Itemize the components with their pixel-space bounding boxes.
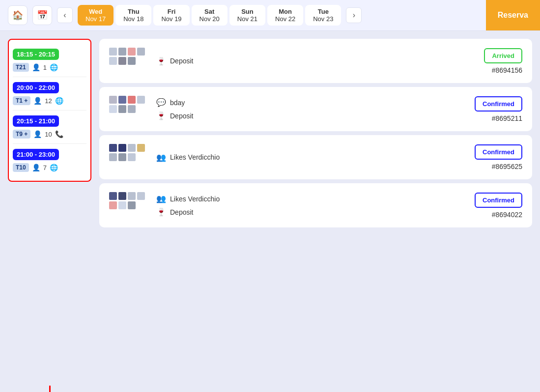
note-row-2-0: 👥 Likes Verdicchio	[156, 153, 455, 162]
note-row-0-0: 🍷 Deposit	[156, 56, 455, 66]
guest-count-2: 10	[45, 131, 52, 138]
note-text-1-0: bday	[170, 99, 185, 107]
guests-icon-3: 👤	[32, 164, 40, 171]
card-status-1: Confirmed #8695211	[463, 96, 522, 122]
avatar-0	[109, 48, 148, 74]
wine-icon-1: 🍷	[156, 111, 166, 120]
note-row-3-0: 👥 Likes Verdicchio	[156, 194, 455, 203]
table-badge-1: T1 +	[13, 96, 30, 105]
main-content: 18:15 - 20:15 T21 👤 1 🌐 20:00 - 22:00 T1…	[0, 31, 540, 392]
avatar-2	[109, 144, 148, 170]
card-status-2: Confirmed #8695625	[463, 144, 522, 170]
note-text-3-1: Deposit	[170, 208, 193, 216]
sidebar-item-1[interactable]: 20:00 - 22:00 T1 + 👤 12 🌐	[13, 77, 86, 111]
avatar-3	[109, 192, 148, 219]
header: 🏠 📅 ‹ Wed Nov 17 Thu Nov 18 Fri Nov 19 S…	[0, 0, 540, 31]
card-notes-1: 💬 bday 🍷 Deposit	[156, 98, 455, 120]
home-button[interactable]: 🏠	[8, 5, 28, 25]
sidebar-item-0[interactable]: 18:15 - 20:15 T21 👤 1 🌐	[13, 44, 86, 77]
reservation-sidebar: 18:15 - 20:15 T21 👤 1 🌐 20:00 - 22:00 T1…	[8, 39, 91, 182]
guest-count-0: 1	[43, 64, 47, 71]
status-confirmed-button-3[interactable]: Confirmed	[475, 193, 522, 208]
wine-icon-3: 🍷	[156, 207, 166, 217]
sidebar-meta-0: T21 👤 1 🌐	[13, 63, 86, 72]
arrow-indicator	[46, 386, 54, 392]
guests-icon-2: 👤	[33, 130, 42, 138]
card-status-0: Arrived #8694156	[463, 48, 522, 74]
card-notes-2: 👥 Likes Verdicchio	[156, 153, 455, 162]
time-badge-1: 20:00 - 22:00	[13, 82, 59, 93]
sidebar-meta-2: T9 + 👤 10 📞	[13, 130, 86, 139]
table-badge-3: T10	[13, 163, 29, 172]
globe-icon-3: 🌐	[50, 164, 58, 171]
prev-day-button[interactable]: ‹	[57, 7, 73, 23]
next-day-button[interactable]: ›	[346, 7, 362, 23]
arrow-shaft	[49, 386, 51, 392]
time-badge-0: 18:15 - 20:15	[13, 49, 59, 60]
calendar-button[interactable]: 📅	[32, 5, 52, 25]
guests-icon-0: 👤	[32, 63, 40, 71]
people-icon: 👥	[156, 153, 166, 162]
note-text-0-0: Deposit	[170, 57, 193, 65]
note-row-3-1: 🍷 Deposit	[156, 207, 455, 217]
day-tab-sat[interactable]: Sat Nov 20	[192, 5, 227, 26]
status-confirmed-button-1[interactable]: Confirmed	[475, 96, 522, 112]
guest-count-1: 12	[45, 97, 52, 105]
sidebar-item-2[interactable]: 20:15 - 21:00 T9 + 👤 10 📞	[13, 111, 86, 144]
reservation-card-2[interactable]: 👥 Likes Verdicchio Confirmed #8695625	[99, 135, 532, 179]
day-tab-wed[interactable]: Wed Nov 17	[78, 5, 114, 26]
table-badge-0: T21	[13, 63, 29, 72]
globe-icon-0: 🌐	[50, 63, 58, 71]
reserva-button[interactable]: Reserva	[486, 0, 540, 30]
reservation-card-3[interactable]: 👥 Likes Verdicchio 🍷 Deposit Confirmed #…	[99, 183, 532, 227]
note-row-1-0: 💬 bday	[156, 98, 455, 107]
guests-icon-1: 👤	[33, 97, 42, 105]
day-tab-tue[interactable]: Tue Nov 23	[305, 5, 341, 26]
day-tabs: Wed Nov 17 Thu Nov 18 Fri Nov 19 Sat Nov…	[78, 5, 341, 26]
booking-id-2: #8695625	[492, 163, 522, 170]
avatar-1	[109, 96, 148, 122]
table-badge-2: T9 +	[13, 130, 30, 139]
note-text-2-0: Likes Verdicchio	[170, 153, 220, 161]
day-tab-fri[interactable]: Fri Nov 19	[153, 5, 189, 26]
reservation-card-1[interactable]: 💬 bday 🍷 Deposit Confirmed #8695211	[99, 87, 532, 131]
card-notes-0: 🍷 Deposit	[156, 56, 455, 66]
sidebar-meta-1: T1 + 👤 12 🌐	[13, 96, 86, 105]
chat-icon: 💬	[156, 98, 166, 107]
wine-icon: 🍷	[156, 56, 166, 66]
day-tab-mon[interactable]: Mon Nov 22	[267, 5, 303, 26]
people-icon-2: 👥	[156, 194, 166, 203]
day-tab-thu[interactable]: Thu Nov 18	[115, 5, 151, 26]
status-confirmed-button-2[interactable]: Confirmed	[475, 144, 522, 160]
sidebar-meta-3: T10 👤 7 🌐	[13, 163, 86, 172]
status-arrived-button[interactable]: Arrived	[484, 48, 522, 63]
note-text-1-1: Deposit	[170, 112, 193, 120]
note-row-1-1: 🍷 Deposit	[156, 111, 455, 120]
phone-icon-2: 📞	[55, 130, 63, 138]
guest-count-3: 7	[43, 164, 47, 171]
booking-id-0: #8694156	[492, 66, 522, 74]
booking-id-3: #8694022	[492, 211, 522, 219]
note-text-3-0: Likes Verdicchio	[170, 195, 220, 203]
reservation-list: 🍷 Deposit Arrived #8694156	[99, 39, 532, 387]
reservation-card-0[interactable]: 🍷 Deposit Arrived #8694156	[99, 39, 532, 83]
globe-icon-1: 🌐	[55, 97, 63, 105]
time-badge-3: 21:00 - 23:00	[13, 149, 59, 160]
card-status-3: Confirmed #8694022	[463, 193, 522, 219]
booking-id-1: #8695211	[492, 114, 522, 122]
sidebar-item-3[interactable]: 21:00 - 23:00 T10 👤 7 🌐	[13, 144, 86, 177]
time-badge-2: 20:15 - 21:00	[13, 115, 59, 127]
card-notes-3: 👥 Likes Verdicchio 🍷 Deposit	[156, 194, 455, 217]
day-tab-sun[interactable]: Sun Nov 21	[229, 5, 265, 26]
